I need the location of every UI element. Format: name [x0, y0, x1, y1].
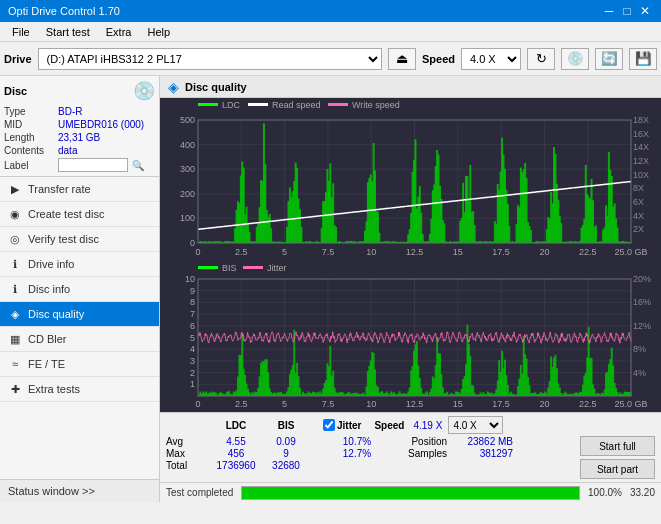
avg-bis: 0.09 — [261, 436, 311, 447]
sidebar-item-drive-info[interactable]: ℹ Drive info — [0, 252, 159, 277]
rw-button[interactable]: 🔄 — [595, 48, 623, 70]
sidebar-item-cd-bler[interactable]: ▦ CD Bler — [0, 327, 159, 352]
samples-label: Samples — [387, 448, 447, 459]
menu-file[interactable]: File — [4, 24, 38, 40]
sidebar-item-extra-tests-label: Extra tests — [28, 383, 80, 395]
max-label: Max — [166, 448, 211, 459]
sidebar-item-transfer-rate[interactable]: ▶ Transfer rate — [0, 177, 159, 202]
sidebar: Disc 💿 Type BD-R MID UMEBDR016 (000) Len… — [0, 76, 160, 502]
speed-label: Speed — [422, 53, 455, 65]
verify-test-disc-icon: ◎ — [8, 232, 22, 246]
disc-length-row: Length 23,31 GB — [4, 132, 155, 143]
start-part-button[interactable]: Start part — [580, 459, 655, 479]
menu-start-test[interactable]: Start test — [38, 24, 98, 40]
speed-avg-value: 4.19 X — [413, 420, 442, 431]
refresh-button[interactable]: ↻ — [527, 48, 555, 70]
speed-select-wrapper[interactable]: 4.0 X — [448, 416, 503, 434]
drive-info-icon: ℹ — [8, 257, 22, 271]
speed-select[interactable]: 4.0 X — [461, 48, 521, 70]
disc-mid-label: MID — [4, 119, 54, 130]
max-jitter: 12.7% — [327, 448, 387, 459]
upper-chart — [160, 98, 661, 261]
jitter-checkbox[interactable] — [323, 419, 335, 431]
disc-label-btn[interactable]: 🔍 — [132, 160, 144, 171]
extra-tests-icon: ✚ — [8, 382, 22, 396]
create-test-disc-icon: ◉ — [8, 207, 22, 221]
disc-info-icon: ℹ — [8, 282, 22, 296]
disc-quality-icon: ◈ — [8, 307, 22, 321]
disc-quality-header: ◈ Disc quality — [160, 76, 661, 98]
sidebar-item-fe-te-label: FE / TE — [28, 358, 65, 370]
jitter-header-group: Jitter — [323, 419, 361, 431]
stats-grid-wrapper: Avg 4.55 0.09 10.7% Position 23862 MB Ma… — [166, 436, 580, 471]
lower-chart — [160, 261, 661, 412]
speed-header: Speed — [369, 420, 409, 431]
avg-row: Avg 4.55 0.09 10.7% Position 23862 MB — [166, 436, 580, 447]
disc-label: Disc — [4, 85, 27, 97]
charts-area — [160, 98, 661, 412]
sidebar-item-verify-test-disc-label: Verify test disc — [28, 233, 99, 245]
disc-type-label: Type — [4, 106, 54, 117]
titlebar: Opti Drive Control 1.70 ─ □ ✕ — [0, 0, 661, 22]
position-value: 23862 MB — [447, 436, 517, 447]
total-ldc: 1736960 — [211, 460, 261, 471]
sidebar-item-create-test-disc-label: Create test disc — [28, 208, 104, 220]
sidebar-item-drive-info-label: Drive info — [28, 258, 74, 270]
stats-data-area: Avg 4.55 0.09 10.7% Position 23862 MB Ma… — [166, 436, 655, 479]
jitter-header: Jitter — [337, 420, 361, 431]
menubar: File Start test Extra Help — [0, 22, 661, 42]
disc-length-label: Length — [4, 132, 54, 143]
menu-extra[interactable]: Extra — [98, 24, 140, 40]
avg-label: Avg — [166, 436, 211, 447]
minimize-button[interactable]: ─ — [601, 3, 617, 19]
disc-quality-title: Disc quality — [185, 81, 247, 93]
total-row: Total 1736960 32680 — [166, 460, 580, 471]
avg-jitter: 10.7% — [327, 436, 387, 447]
sidebar-item-cd-bler-label: CD Bler — [28, 333, 67, 345]
status-window-label: Status window >> — [8, 485, 95, 497]
sidebar-item-disc-info-label: Disc info — [28, 283, 70, 295]
sidebar-item-extra-tests[interactable]: ✚ Extra tests — [0, 377, 159, 402]
transfer-rate-icon: ▶ — [8, 182, 22, 196]
total-label: Total — [166, 460, 211, 471]
sidebar-item-fe-te[interactable]: ≈ FE / TE — [0, 352, 159, 377]
disc-icon[interactable]: 💿 — [133, 80, 155, 102]
status-window[interactable]: Status window >> — [0, 479, 159, 502]
bis-header: BIS — [261, 420, 311, 431]
content-area: ◈ Disc quality LDC BIS Jitter Speed 4 — [160, 76, 661, 502]
progress-percent: 100.0% — [588, 487, 622, 498]
samples-value: 381297 — [447, 448, 517, 459]
main-area: Disc 💿 Type BD-R MID UMEBDR016 (000) Len… — [0, 76, 661, 502]
ldc-header: LDC — [211, 420, 261, 431]
menu-help[interactable]: Help — [139, 24, 178, 40]
speed-select-stats[interactable]: 4.0 X — [448, 416, 503, 434]
app-title: Opti Drive Control 1.70 — [8, 5, 120, 17]
progress-value: 33.20 — [630, 487, 655, 498]
disc-type-row: Type BD-R — [4, 106, 155, 117]
cd-bler-icon: ▦ — [8, 332, 22, 346]
drive-select[interactable]: (D:) ATAPI iHBS312 2 PL17 — [38, 48, 382, 70]
sidebar-item-disc-quality[interactable]: ◈ Disc quality — [0, 302, 159, 327]
sidebar-item-transfer-rate-label: Transfer rate — [28, 183, 91, 195]
sidebar-item-verify-test-disc[interactable]: ◎ Verify test disc — [0, 227, 159, 252]
disc-label-row: Label 🔍 — [4, 158, 155, 172]
disc-contents-value: data — [58, 145, 77, 156]
start-full-button[interactable]: Start full — [580, 436, 655, 456]
sidebar-item-disc-info[interactable]: ℹ Disc info — [0, 277, 159, 302]
bottom-area: LDC BIS Jitter Speed 4.19 X 4.0 X — [160, 412, 661, 482]
close-button[interactable]: ✕ — [637, 3, 653, 19]
disc-header: Disc 💿 — [4, 80, 155, 102]
progress-bar-outer — [241, 486, 580, 500]
disc-quality-icon-header: ◈ — [168, 79, 179, 95]
disc-label-input[interactable] — [58, 158, 128, 172]
eject-button[interactable]: ⏏ — [388, 48, 416, 70]
progress-area: Test completed 100.0% 33.20 — [160, 482, 661, 502]
disc-mid-value: UMEBDR016 (000) — [58, 119, 144, 130]
disc-button[interactable]: 💿 — [561, 48, 589, 70]
sidebar-item-create-test-disc[interactable]: ◉ Create test disc — [0, 202, 159, 227]
maximize-button[interactable]: □ — [619, 3, 635, 19]
disc-contents-row: Contents data — [4, 145, 155, 156]
save-button[interactable]: 💾 — [629, 48, 657, 70]
action-buttons: Start full Start part — [580, 436, 655, 479]
disc-panel: Disc 💿 Type BD-R MID UMEBDR016 (000) Len… — [0, 76, 159, 177]
